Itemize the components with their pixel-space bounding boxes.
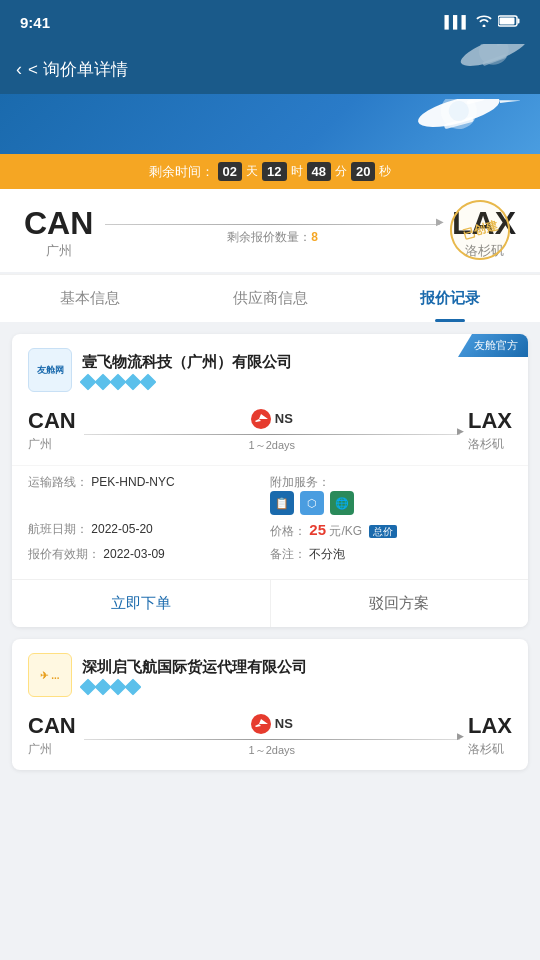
origin-city: 广州	[24, 242, 93, 260]
svg-point-5	[475, 44, 513, 69]
card-origin-1: CAN 广州	[28, 408, 76, 453]
company-name-1: 壹飞物流科技（广州）有限公司	[82, 353, 512, 372]
remaining-count: 8	[311, 230, 318, 244]
tab-supplier-info[interactable]: 供应商信息	[180, 275, 360, 322]
price-item: 价格： 25 元/KG 总价	[270, 521, 512, 540]
back-icon: ‹	[16, 59, 22, 80]
card-from-code-1: CAN	[28, 408, 76, 434]
diamond-2-4	[125, 678, 142, 695]
remarks-value: 不分泡	[309, 547, 345, 561]
total-label: 总价	[369, 525, 397, 538]
remaining-label: 剩余报价数量：	[227, 230, 311, 244]
card-route-middle-1: NS 1～2days	[76, 409, 468, 453]
days-label-2: 1～2days	[249, 743, 295, 758]
card-to-city-1: 洛杉矶	[468, 436, 512, 453]
card-actions-1: 立即下单 驳回方案	[12, 579, 528, 627]
route-middle: 剩余报价数量：8	[93, 220, 452, 246]
card-from-city-2: 广州	[28, 741, 76, 758]
company-header-1: 友舱网 壹飞物流科技（广州）有限公司	[12, 334, 528, 400]
tabs: 基本信息 供应商信息 报价记录	[0, 274, 540, 322]
services-icons: 📋 ⬡ 🌐	[270, 491, 512, 515]
card-arrow-line-1	[84, 434, 460, 435]
remaining-text: 剩余报价数量：8	[227, 229, 318, 246]
card-to-city-2: 洛杉矶	[468, 741, 512, 758]
route-section: CAN 广州 剩余报价数量：8 LAX 洛杉矶 已创建	[0, 189, 540, 272]
valid-date-value: 2022-03-09	[103, 547, 164, 561]
countdown-hours: 12	[262, 162, 286, 181]
countdown-minutes: 48	[307, 162, 331, 181]
card-to-code-1: LAX	[468, 408, 512, 434]
hours-unit: 时	[291, 163, 303, 180]
card-from-code-2: CAN	[28, 713, 76, 739]
airline-logo-2	[251, 714, 271, 734]
countdown-bar: 剩余时间： 02 天 12 时 48 分 20 秒	[0, 154, 540, 189]
route-line-value: PEK-HND-NYC	[91, 475, 174, 489]
header: ‹ < 询价单详情	[0, 44, 540, 94]
company-info-1: 壹飞物流科技（广州）有限公司	[82, 353, 512, 388]
company-logo-2: ✈ ...	[28, 653, 72, 697]
status-bar: 9:41 ▌▌▌	[0, 0, 540, 44]
flight-date-item: 航班日期： 2022-05-20	[28, 521, 270, 540]
quote-card-1: 友舱官方 友舱网 壹飞物流科技（广州）有限公司 CAN 广州	[12, 334, 528, 627]
countdown-days: 02	[218, 162, 242, 181]
days-label-1: 1～2days	[249, 438, 295, 453]
company-info-2: 深圳启飞航国际货运代理有限公司	[82, 658, 512, 693]
svg-marker-10	[499, 99, 520, 106]
reject-button[interactable]: 驳回方案	[271, 580, 529, 627]
svg-rect-2	[500, 17, 515, 24]
header-title: < 询价单详情	[28, 58, 128, 81]
route-arrow-line	[105, 224, 440, 225]
card-origin-2: CAN 广州	[28, 713, 76, 758]
minutes-unit: 分	[335, 163, 347, 180]
company-header-2: ✈ ... 深圳启飞航国际货运代理有限公司	[12, 639, 528, 705]
quote-card-2: ✈ ... 深圳启飞航国际货运代理有限公司 CAN 广州	[12, 639, 528, 770]
card-route-middle-2: NS 1～2days	[76, 714, 468, 758]
tab-quote-records[interactable]: 报价记录	[360, 275, 540, 322]
airline-code-2: NS	[275, 716, 293, 731]
card-details-1: 运输路线： PEK-HND-NYC 附加服务： 📋 ⬡ 🌐 航班日期： 2022…	[12, 465, 528, 571]
plane-decoration	[420, 44, 540, 94]
card-arrow-line-2	[84, 739, 460, 740]
back-button[interactable]: ‹ < 询价单详情	[16, 58, 128, 81]
service-icon-3: 🌐	[330, 491, 354, 515]
status-icons: ▌▌▌	[444, 15, 520, 30]
signal-icon: ▌▌▌	[444, 15, 470, 29]
card-destination-2: LAX 洛杉矶	[468, 713, 512, 758]
origin: CAN 广州	[24, 205, 93, 260]
price-unit: 元/KG	[329, 524, 362, 538]
add-service-item: 附加服务： 📋 ⬡ 🌐	[270, 474, 512, 515]
countdown-seconds: 20	[351, 162, 375, 181]
svg-rect-1	[518, 18, 520, 23]
service-icon-2: ⬡	[300, 491, 324, 515]
airline-row-2: NS	[251, 714, 293, 734]
diamond-row-1	[82, 376, 512, 388]
tab-basic-info[interactable]: 基本信息	[0, 275, 180, 322]
airline-code-1: NS	[275, 411, 293, 426]
price-value: 25	[309, 521, 326, 538]
origin-code: CAN	[24, 205, 93, 242]
days-unit: 天	[246, 163, 258, 180]
route-line-item: 运输路线： PEK-HND-NYC	[28, 474, 270, 515]
countdown-label: 剩余时间：	[149, 163, 214, 181]
diamond-row-2	[82, 681, 512, 693]
company-name-2: 深圳启飞航国际货运代理有限公司	[82, 658, 512, 677]
airline-row-1: NS	[251, 409, 293, 429]
remarks-item: 备注： 不分泡	[270, 546, 512, 563]
logo-text-2: ✈ ...	[40, 670, 59, 681]
hero-banner	[0, 94, 540, 154]
status-time: 9:41	[20, 14, 50, 31]
flight-date-value: 2022-05-20	[91, 522, 152, 536]
battery-icon	[498, 15, 520, 30]
wifi-icon	[476, 15, 492, 30]
diamond-5	[140, 373, 157, 390]
company-logo-1: 友舱网	[28, 348, 72, 392]
card-destination-1: LAX 洛杉矶	[468, 408, 512, 453]
seconds-unit: 秒	[379, 163, 391, 180]
airline-logo-1	[251, 409, 271, 429]
order-now-button[interactable]: 立即下单	[12, 580, 271, 627]
card-to-code-2: LAX	[468, 713, 512, 739]
hero-plane-icon	[390, 99, 520, 154]
valid-date-item: 报价有效期： 2022-03-09	[28, 546, 270, 563]
logo-text-1: 友舱网	[37, 364, 64, 377]
service-icon-1: 📋	[270, 491, 294, 515]
